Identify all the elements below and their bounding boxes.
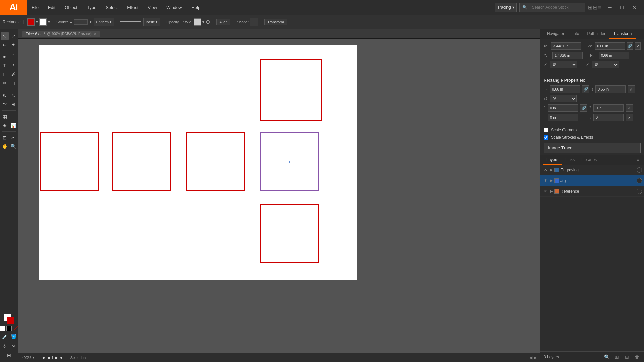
fill-arrow[interactable]: ▾ [36, 20, 38, 24]
rect-tool[interactable]: □ [1, 70, 9, 78]
canvas-scroll-left[interactable]: ◀ [529, 355, 532, 360]
tab-info[interactable]: Info [568, 29, 583, 39]
black-swatch[interactable] [6, 326, 12, 331]
corner-br-input[interactable] [593, 114, 624, 121]
pen-tool[interactable]: ✒ [1, 53, 9, 61]
document-tab[interactable]: Dice 6x.ai* @ 400% (RGB/GPU Preview) ✕ [22, 31, 100, 37]
menu-select[interactable]: Select [101, 0, 122, 15]
angle2-select[interactable]: 0° [592, 61, 619, 68]
canvas-scroll-right[interactable]: ▶ [534, 355, 537, 360]
line-tool[interactable]: / [9, 62, 17, 70]
stroke-arrow[interactable]: ▾ [48, 20, 50, 24]
panel-grid-icon[interactable]: ⊞ [588, 4, 592, 11]
rect-link-icon[interactable]: 🔗 [582, 85, 589, 93]
corner-bl-input[interactable] [548, 114, 578, 121]
stroke-color-swatch[interactable] [39, 18, 47, 26]
stroke-value-input[interactable] [74, 19, 88, 25]
layers-move-btn[interactable]: ⊟ [623, 353, 631, 361]
layers-new-layer-btn[interactable]: ⊞ [613, 353, 621, 361]
style-icon[interactable]: ⊙ [206, 19, 210, 25]
w-input[interactable] [595, 42, 625, 50]
pencil-tool[interactable]: ✏ [1, 79, 9, 87]
w-unit-btn[interactable]: ⤢ [635, 42, 641, 50]
tab-navigator[interactable]: Navigator [543, 29, 568, 39]
panel-cols-icon[interactable]: ⊟ [593, 4, 597, 11]
style-color-swatch[interactable] [194, 18, 201, 26]
layer-visibility-engraving[interactable]: 👁 [542, 167, 549, 173]
menu-object[interactable]: Object [60, 0, 82, 15]
canvas-rect-6[interactable] [260, 204, 319, 263]
background-color[interactable] [7, 317, 14, 324]
scale-corners-checkbox[interactable] [544, 128, 548, 132]
layer-visibility-jig[interactable]: 👁 [542, 177, 549, 184]
page-prev-step[interactable]: ◀ [47, 355, 50, 360]
angle1-select[interactable]: 0° [550, 61, 577, 68]
workspace-selector[interactable]: Tracing ▾ [495, 3, 517, 12]
zoom-dropdown-icon[interactable]: ▾ [33, 355, 35, 360]
maximize-button[interactable]: □ [616, 3, 628, 12]
white-swatch[interactable] [0, 326, 5, 331]
canvas-rect-2[interactable] [40, 132, 99, 191]
hand-tool[interactable]: ✋ [1, 142, 9, 150]
curvature-tool[interactable]: ⌒ [9, 53, 17, 61]
rect-rotate-select[interactable]: 0° [550, 95, 577, 102]
transform-tool[interactable]: ⤡ [9, 92, 17, 100]
layer-target-engraving[interactable] [637, 167, 642, 173]
style-arrow[interactable]: ▾ [202, 20, 204, 24]
layers-panel-menu[interactable]: ≡ [635, 155, 641, 165]
layer-item-engraving[interactable]: 👁 ▶ Engraving [540, 165, 644, 175]
layers-tab-layers[interactable]: Layers [543, 155, 562, 165]
rect-h-input[interactable] [595, 85, 626, 93]
stroke-down-btn[interactable]: ▼ [89, 20, 92, 24]
menu-help[interactable]: Help [186, 0, 205, 15]
layer-target-reference[interactable] [637, 189, 642, 194]
rect-h-unit[interactable]: ⤢ [628, 85, 635, 93]
search-input[interactable] [529, 4, 582, 11]
link-w-h-icon[interactable]: 🔗 [627, 42, 633, 50]
canvas-viewport[interactable]: 400% ▾ ⏮ ◀ 1 ▶ ⏭ Selection ◀ ▶ [18, 39, 540, 362]
layers-search-btn[interactable]: 🔍 [603, 353, 610, 361]
shape-icon[interactable] [250, 18, 258, 26]
x-input[interactable] [551, 42, 581, 50]
warp-tool[interactable]: 〜 [1, 100, 9, 108]
menu-file[interactable]: File [27, 0, 43, 15]
chart-tool[interactable]: ▦ [1, 113, 9, 121]
paint-bucket-tool[interactable]: 🪣 [9, 333, 17, 341]
free-transform-tool[interactable]: ⊞ [9, 100, 17, 108]
canvas-rect-1[interactable] [260, 59, 322, 121]
stroke-type-dropdown[interactable]: Uniform▾ [94, 18, 114, 26]
layers-tab-libraries[interactable]: Libraries [578, 155, 600, 165]
menu-view[interactable]: View [143, 0, 162, 15]
stroke-style-dropdown[interactable]: Basic▾ [143, 18, 160, 26]
artboard-tool[interactable]: ⊡ [1, 134, 9, 142]
canvas-rect-3[interactable] [112, 132, 171, 191]
stroke-up-btn[interactable]: ▲ [69, 20, 73, 24]
magic-wand-tool[interactable]: ✦ [9, 41, 17, 49]
corner-tl-input[interactable] [548, 104, 578, 112]
layers-delete-btn[interactable]: 🗑 [633, 353, 641, 361]
direct-select-tool[interactable]: ↗ [9, 32, 17, 40]
page-next-step[interactable]: ▶ [55, 355, 58, 360]
scale-strokes-checkbox[interactable] [544, 135, 548, 140]
menu-effect[interactable]: Effect [122, 0, 143, 15]
layer-expand-reference[interactable]: ▶ [550, 189, 553, 193]
eraser-tool[interactable]: ◻ [9, 79, 17, 87]
layer-expand-jig[interactable]: ▶ [550, 179, 553, 182]
canvas-rect-5[interactable] [260, 132, 319, 191]
tab-transform[interactable]: Transform [609, 29, 636, 39]
tab-close-button[interactable]: ✕ [94, 32, 96, 36]
tab-pathfinder[interactable]: Pathfinder [583, 29, 609, 39]
menu-edit[interactable]: Edit [43, 0, 60, 15]
zoom-tool[interactable]: 🔍 [9, 142, 17, 150]
corner-tr-unit[interactable]: ⤢ [626, 104, 633, 112]
layer-item-jig[interactable]: 👁 ▶ Jig [540, 175, 644, 186]
graph-tool[interactable]: 📊 [9, 121, 17, 129]
none-swatch[interactable] [13, 326, 18, 331]
h-input[interactable] [599, 52, 629, 59]
layer-expand-engraving[interactable]: ▶ [550, 168, 553, 172]
corner-tr-input[interactable] [593, 104, 624, 112]
y-input[interactable] [552, 52, 583, 59]
page-number-input[interactable]: 1 [51, 355, 54, 360]
layer-target-jig[interactable] [637, 178, 642, 183]
rotate-tool[interactable]: ↻ [1, 92, 9, 100]
